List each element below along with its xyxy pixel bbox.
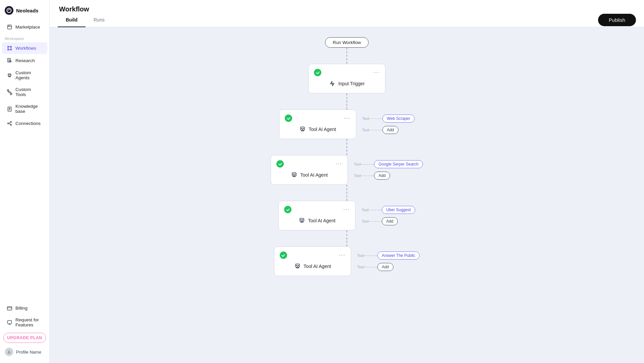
profile-row[interactable]: Profile Name [0,345,49,359]
tool-chip-answer-the-public[interactable]: Answer The Public [377,252,420,260]
tool-prefix: Tool [362,219,368,223]
tool-chip-google-serper[interactable]: Google Serper Search [374,160,423,168]
node-body: Tool AI Agent [285,125,351,134]
tool-row-1: Tool Web Scraper [362,115,415,123]
app-logo[interactable]: Neoleads [0,0,49,21]
svg-point-10 [10,74,10,75]
sidebar-item-label: Custom Agents [15,70,43,80]
tools-icon [7,89,12,95]
node-menu-icon[interactable]: ··· [344,115,351,121]
app-name: Neoleads [16,8,39,13]
node-agent-2[interactable]: ··· Tool AI Agent [271,155,348,185]
tool-prefix: Tool [357,254,364,258]
tool-row-2: Tool Add [357,263,420,271]
add-tool-button-2[interactable]: Add [374,172,390,180]
svg-point-0 [7,8,11,13]
workflow-canvas[interactable]: Run Workflow ··· Input Trigger [50,27,644,363]
node-check-icon [284,206,291,213]
node-menu-icon[interactable]: ··· [339,252,345,258]
sidebar-item-label: Custom Tools [15,87,43,97]
node-label: Tool AI Agent [308,218,335,223]
sidebar-bottom: Billing Request for Features UPGRADE PLA… [0,302,49,363]
dashed-connector [369,130,382,130]
tab-runs[interactable]: Runs [86,13,113,27]
svg-point-26 [303,220,303,220]
connector-line [346,139,347,155]
tool-row-2: Tool Add [362,217,415,225]
svg-point-4 [8,49,9,50]
dashed-connector [368,221,382,222]
tool-prefix: Tool [362,128,369,132]
tool-chip-uber-suggest[interactable]: Uber Suggest [382,206,415,214]
svg-point-2 [8,46,9,47]
tool-row-1: Tool Answer The Public [357,252,420,260]
svg-rect-1 [8,25,12,29]
workflow-container: Run Workflow ··· Input Trigger [196,37,498,276]
sidebar-item-custom-agents[interactable]: Custom Agents [2,67,47,83]
svg-point-29 [298,265,299,266]
upgrade-plan-button[interactable]: UPGRADE PLAN [3,333,46,343]
node-label: Tool AI Agent [309,127,336,132]
svg-point-28 [297,265,297,266]
sidebar-item-research[interactable]: Research [2,55,47,66]
tool-connectors-2: Tool Google Serper Search Tool Add [354,160,423,180]
tab-build[interactable]: Build [58,13,86,27]
avatar [5,348,13,356]
node-header: ··· [280,252,345,259]
sidebar-item-custom-tools[interactable]: Custom Tools [2,84,47,100]
knowledge-icon [7,106,12,112]
dashed-connector [364,267,377,267]
svg-point-20 [303,128,304,129]
node-agent-4[interactable]: ··· Tool AI Agent [274,246,351,276]
logo-icon [5,6,13,15]
add-tool-button-4[interactable]: Add [377,263,393,271]
workspace-label: Workspace [0,33,49,42]
sidebar-item-knowledge-base[interactable]: Knowledge base [2,101,47,117]
svg-point-19 [302,128,302,129]
node-menu-icon[interactable]: ··· [336,161,342,167]
tool-row-2: Tool Add [362,126,415,134]
node-header: ··· [314,69,380,76]
publish-button[interactable]: Publish [598,14,636,26]
sidebar-item-marketplace[interactable]: Marketplace [2,21,47,33]
sidebar-item-label: Workflows [15,46,36,51]
tool-row-1: Tool Uber Suggest [362,206,415,214]
dashed-connector [369,119,382,119]
tool-row-2: Tool Add [354,172,423,180]
sidebar: Neoleads Marketplace Workspace Workflows… [0,0,50,363]
tool-prefix: Tool [357,265,364,269]
node-check-icon [314,69,321,76]
sidebar-item-connections[interactable]: Connections [2,118,47,129]
tool-connectors-1: Tool Web Scraper Tool Add [362,115,415,134]
svg-point-12 [8,123,9,124]
marketplace-icon [7,24,12,30]
add-tool-button-1[interactable]: Add [382,126,398,134]
agents-icon [7,73,12,78]
connector-line [346,230,347,246]
tool-connectors-3: Tool Uber Suggest Tool Add [362,206,415,225]
node-menu-icon[interactable]: ··· [373,70,380,76]
trigger-icon [329,80,336,87]
node-agent-1[interactable]: ··· Tool AI Agent [279,109,356,139]
dashed-connector [368,210,382,210]
tool-chip-web-scraper[interactable]: Web Scraper [382,115,415,123]
request-icon [7,320,12,325]
sidebar-item-billing[interactable]: Billing [2,302,47,314]
node-menu-icon[interactable]: ··· [343,207,350,213]
node-agent-3[interactable]: ··· Tool AI Agent [278,201,356,230]
add-tool-button-3[interactable]: Add [382,217,397,225]
node-header: ··· [284,206,350,213]
tool-connectors-4: Tool Answer The Public Tool Add [357,252,420,271]
profile-name: Profile Name [16,350,41,355]
node-input-trigger[interactable]: ··· Input Trigger [308,64,385,93]
sidebar-item-request-features[interactable]: Request for Features [2,314,47,330]
node-header: ··· [285,115,351,122]
sidebar-item-label: Request for Features [15,317,43,327]
sidebar-item-workflows[interactable]: Workflows [2,42,47,54]
dashed-connector [361,164,374,165]
node-body: Tool AI Agent [284,216,350,225]
connector-line [346,93,347,109]
svg-point-22 [293,174,294,175]
run-workflow-button[interactable]: Run Workflow [325,37,369,48]
node-label: Tool AI Agent [304,264,331,269]
